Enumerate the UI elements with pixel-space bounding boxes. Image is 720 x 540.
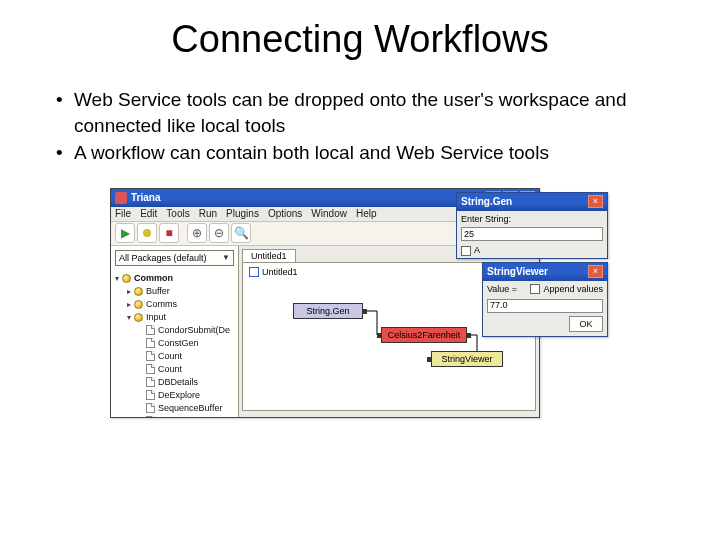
tree-folder[interactable]: Comms (146, 299, 177, 309)
tree-item[interactable]: Count (158, 351, 182, 361)
input-port[interactable] (377, 333, 382, 338)
stop-button[interactable]: ■ (159, 223, 179, 243)
field-label: Enter String: (457, 211, 607, 225)
stringgen-dialog: String.Gen × Enter String: A (456, 192, 608, 259)
play-button[interactable]: ▶ (115, 223, 135, 243)
bullet-text: A workflow can contain both local and We… (74, 140, 680, 166)
bullet-item: • A workflow can contain both local and … (56, 140, 680, 166)
chevron-down-icon: ▼ (222, 253, 230, 262)
workflow-node-stringgen[interactable]: String.Gen (293, 303, 363, 319)
workflow-node-viewer[interactable]: StringViewer (431, 351, 503, 367)
dialog-title: StringViewer (487, 266, 586, 277)
tree-item[interactable]: StringGen (158, 416, 199, 417)
package-selector[interactable]: All Packages (default) ▼ (115, 250, 234, 266)
ok-button[interactable]: OK (569, 316, 603, 332)
menu-run[interactable]: Run (199, 208, 217, 219)
node-label: StringViewer (442, 354, 493, 364)
close-button[interactable]: × (588, 265, 603, 278)
canvas-title-text: Untitled1 (262, 267, 298, 277)
canvas-icon (249, 267, 259, 277)
zoom-reset-button[interactable]: 🔍 (231, 223, 251, 243)
menu-plugins[interactable]: Plugins (226, 208, 259, 219)
string-input[interactable] (461, 227, 603, 241)
dialog-titlebar: String.Gen × (457, 193, 607, 211)
screenshot: Triana _ □ × File Edit Tools Run Plugins… (110, 188, 610, 418)
menu-help[interactable]: Help (356, 208, 377, 219)
node-label: String.Gen (306, 306, 349, 316)
bullet-list: • Web Service tools can be dropped onto … (56, 87, 680, 166)
stringviewer-dialog: StringViewer × Value = Append values 77.… (482, 262, 608, 337)
canvas-title: Untitled1 (249, 267, 298, 277)
value-label: Value = (487, 284, 517, 294)
app-icon (115, 192, 127, 204)
bullet-item: • Web Service tools can be dropped onto … (56, 87, 680, 138)
tree-item[interactable]: DeExplore (158, 390, 200, 400)
tree-item[interactable]: SequenceBuffer (158, 403, 222, 413)
folder-icon (134, 287, 143, 296)
checkbox-row[interactable]: A (457, 243, 607, 258)
menu-edit[interactable]: Edit (140, 208, 157, 219)
tool-icon (146, 403, 155, 413)
slide-title: Connecting Workflows (40, 18, 680, 61)
append-checkbox[interactable] (530, 284, 540, 294)
window-title: Triana (131, 192, 484, 203)
menu-options[interactable]: Options (268, 208, 302, 219)
tool-icon (146, 377, 155, 387)
tree-item[interactable]: ConstGen (158, 338, 199, 348)
tool-icon (146, 351, 155, 361)
tree-item[interactable]: CondorSubmit(De (158, 325, 230, 335)
output-port[interactable] (466, 333, 471, 338)
bullet-text: Web Service tools can be dropped onto th… (74, 87, 680, 138)
close-button[interactable]: × (588, 195, 603, 208)
value-output: 77.0 (487, 299, 603, 313)
append-label: Append values (543, 284, 603, 294)
package-selector-label: All Packages (default) (119, 253, 207, 263)
folder-icon (134, 300, 143, 309)
folder-icon (122, 274, 131, 283)
pause-button[interactable] (137, 223, 157, 243)
tool-icon (146, 338, 155, 348)
dialog-titlebar: StringViewer × (483, 263, 607, 281)
dialog-title: String.Gen (461, 196, 586, 207)
svg-point-0 (143, 229, 151, 237)
tool-icon (146, 364, 155, 374)
tool-icon (146, 325, 155, 335)
menu-window[interactable]: Window (311, 208, 347, 219)
output-port[interactable] (362, 309, 367, 314)
tree-item[interactable]: DBDetails (158, 377, 198, 387)
tree-folder[interactable]: Input (146, 312, 166, 322)
tool-tree[interactable]: ▾Common ▸Buffer ▸Comms ▾Input CondorSubm… (111, 270, 238, 417)
bullet-dot: • (56, 87, 74, 138)
tree-root: Common (134, 273, 173, 283)
checkbox-label: A (474, 245, 480, 255)
tool-icon (146, 416, 155, 417)
bullet-dot: • (56, 140, 74, 166)
input-port[interactable] (427, 357, 432, 362)
menu-tools[interactable]: Tools (166, 208, 189, 219)
workflow-node-celsius[interactable]: Celsius2Farenheit (381, 327, 467, 343)
tool-icon (146, 390, 155, 400)
folder-icon (134, 313, 143, 322)
node-label: Celsius2Farenheit (388, 330, 461, 340)
sidebar: All Packages (default) ▼ ▾Common ▸Buffer… (111, 246, 239, 417)
zoom-in-button[interactable]: ⊕ (187, 223, 207, 243)
zoom-out-button[interactable]: ⊖ (209, 223, 229, 243)
menu-file[interactable]: File (115, 208, 131, 219)
workspace-tab[interactable]: Untitled1 (242, 249, 296, 262)
tree-folder[interactable]: Buffer (146, 286, 170, 296)
checkbox[interactable] (461, 246, 471, 256)
tree-item[interactable]: Count (158, 364, 182, 374)
